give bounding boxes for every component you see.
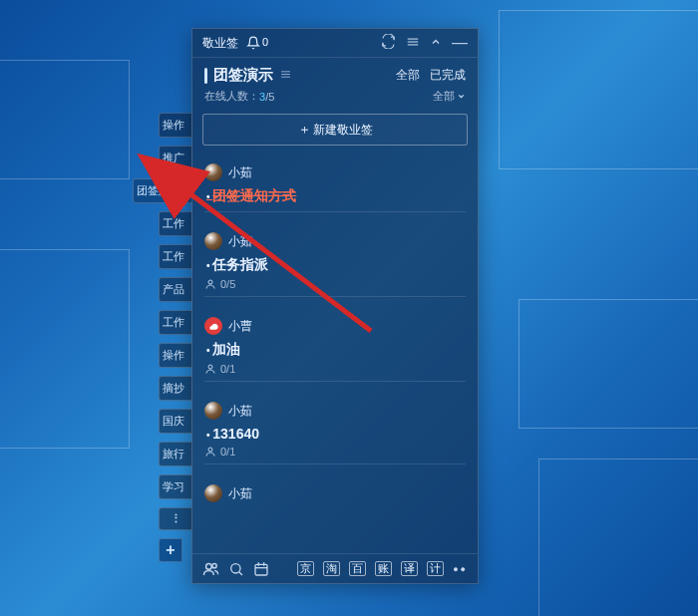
sidebar-tab-add[interactable]: + <box>159 538 182 562</box>
note-title: 加油 <box>206 341 466 359</box>
svg-rect-13 <box>255 564 267 575</box>
new-note-button[interactable]: ＋新建敬业签 <box>202 114 468 146</box>
shortcut-calc[interactable]: 计 <box>427 561 444 576</box>
bottom-bar: 京 淘 百 账 译 计 ●● <box>192 553 478 583</box>
note-title: 任务指派 <box>206 256 466 274</box>
chevron-down-icon <box>457 92 466 101</box>
sidebar-tab-2[interactable]: 团签演示 <box>133 178 192 203</box>
note-username: 小茹 <box>228 233 252 250</box>
progress-text: 0/1 <box>220 363 235 375</box>
calendar-icon[interactable] <box>253 561 269 577</box>
note-item[interactable]: 小曹 加油 0/1 <box>204 305 466 390</box>
svg-point-9 <box>206 564 212 570</box>
svg-point-10 <box>212 564 216 568</box>
sidebar-tab-3[interactable]: 工作 <box>159 211 192 236</box>
note-title: 团签通知方式 <box>206 187 466 205</box>
main-panel: 敬业签 0 — 团签演示 全部 已完成 在线人数： 3 /5 全部 <box>191 28 479 584</box>
app-title: 敬业签 <box>202 35 238 52</box>
svg-line-12 <box>239 571 242 574</box>
sidebar-tab-more[interactable]: ⋮ <box>159 507 192 530</box>
panel-title: 团签演示 <box>213 66 273 85</box>
note-item[interactable]: 小茹 任务指派 0/5 <box>204 220 466 305</box>
note-item[interactable]: 小茹 131640 0/1 <box>204 390 466 472</box>
sidebar-tab-9[interactable]: 国庆 <box>159 409 192 434</box>
person-icon <box>204 278 216 290</box>
shortcut-translate[interactable]: 译 <box>401 561 418 576</box>
svg-point-6 <box>208 280 212 284</box>
sidebar-tabs: 操作 推广 团签演示 工作 工作 产品 工作 操作 摘抄 国庆 旅行 学习 ⋮ … <box>159 113 192 570</box>
more-dots-icon[interactable]: ●● <box>453 564 468 574</box>
minimize-icon[interactable]: — <box>452 38 468 48</box>
bell-count: 0 <box>262 36 268 50</box>
sync-icon[interactable] <box>381 34 396 52</box>
person-icon <box>204 363 216 375</box>
progress-text: 0/5 <box>220 278 235 290</box>
note-item[interactable]: 小茹 团签通知方式 <box>204 152 466 220</box>
filter-done[interactable]: 已完成 <box>430 67 466 84</box>
new-note-label: 新建敬业签 <box>313 123 373 137</box>
search-icon[interactable] <box>228 561 244 577</box>
sidebar-tab-1[interactable]: 推广 <box>159 146 192 170</box>
sidebar-tab-0[interactable]: 操作 <box>159 113 192 138</box>
panel-head: 团签演示 全部 已完成 <box>192 58 478 89</box>
sidebar-tab-11[interactable]: 学习 <box>159 474 192 499</box>
sidebar-tab-4[interactable]: 工作 <box>159 244 192 269</box>
svg-point-11 <box>231 563 240 572</box>
sidebar-tab-5[interactable]: 产品 <box>159 277 192 302</box>
person-icon <box>204 446 216 458</box>
note-username: 小曹 <box>228 318 252 335</box>
online-label: 在线人数： <box>204 89 259 104</box>
collapse-up-icon[interactable] <box>430 36 442 51</box>
list-menu-icon[interactable] <box>406 35 420 52</box>
svg-point-8 <box>208 448 212 452</box>
note-item[interactable]: 小茹 <box>204 472 466 508</box>
note-username: 小茹 <box>228 403 252 420</box>
progress-text: 0/1 <box>220 446 235 458</box>
sub-row: 在线人数： 3 /5 全部 <box>192 89 478 110</box>
avatar <box>204 317 222 335</box>
titlebar: 敬业签 0 — <box>192 29 478 58</box>
bell-icon[interactable]: 0 <box>246 36 268 50</box>
contacts-icon[interactable] <box>202 560 219 577</box>
plus-icon: ＋ <box>298 122 311 137</box>
sidebar-tab-10[interactable]: 旅行 <box>159 442 192 466</box>
sidebar-tab-8[interactable]: 摘抄 <box>159 376 192 401</box>
progress-row: 0/5 <box>204 278 466 290</box>
avatar <box>204 402 222 420</box>
progress-row: 0/1 <box>204 446 466 458</box>
title-bar-accent <box>204 68 207 84</box>
notes-list: 小茹 团签通知方式 小茹 任务指派 0/5 小曹 加 <box>192 152 478 508</box>
note-title: 131640 <box>206 426 466 442</box>
scope-label: 全部 <box>433 89 455 104</box>
panel-menu-icon[interactable] <box>279 67 292 85</box>
sidebar-tab-7[interactable]: 操作 <box>159 343 192 368</box>
sidebar-tab-6[interactable]: 工作 <box>159 310 192 335</box>
progress-row: 0/1 <box>204 363 466 375</box>
shortcut-jd[interactable]: 京 <box>297 561 314 576</box>
svg-point-7 <box>208 365 212 369</box>
avatar <box>204 232 222 250</box>
shortcut-account[interactable]: 账 <box>375 561 392 576</box>
online-total: /5 <box>265 91 274 103</box>
note-username: 小茹 <box>228 164 252 181</box>
avatar <box>204 163 222 181</box>
scope-select[interactable]: 全部 <box>433 89 466 104</box>
note-username: 小茹 <box>228 485 252 502</box>
avatar <box>204 484 222 502</box>
filter-all[interactable]: 全部 <box>396 67 420 84</box>
shortcut-baidu[interactable]: 百 <box>349 561 366 576</box>
shortcut-taobao[interactable]: 淘 <box>323 561 340 576</box>
